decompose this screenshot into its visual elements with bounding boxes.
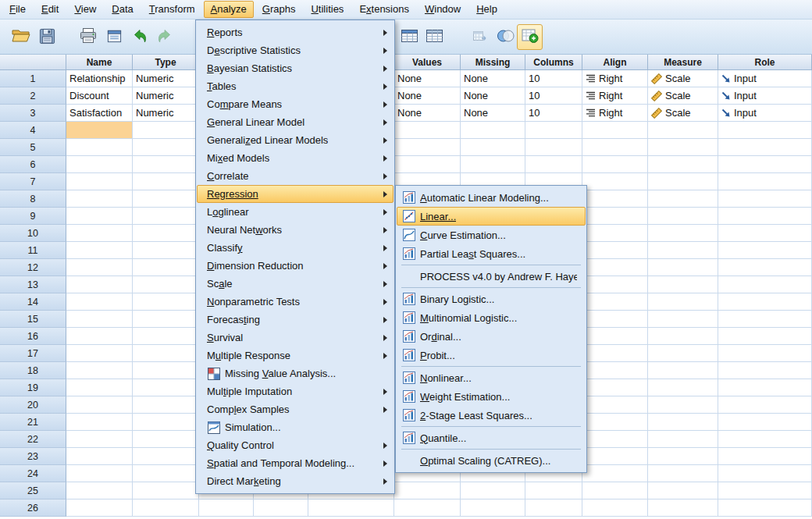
cell-role[interactable]: [718, 293, 812, 311]
open-folder-button[interactable]: [8, 24, 34, 50]
cell-missing[interactable]: None: [461, 105, 525, 122]
cell-measure[interactable]: [648, 208, 718, 225]
cell-type[interactable]: [133, 431, 199, 448]
cell-measure[interactable]: [648, 242, 718, 259]
cell-missing[interactable]: [461, 499, 525, 517]
cell-columns[interactable]: [525, 139, 582, 156]
cell-type[interactable]: [133, 293, 199, 311]
row-number[interactable]: 13: [0, 276, 66, 293]
cell-measure[interactable]: [648, 276, 718, 293]
cell-align[interactable]: Right: [582, 105, 648, 122]
menu-window[interactable]: Window: [418, 1, 468, 18]
cell-type[interactable]: [133, 139, 199, 156]
column-header-measure[interactable]: Measure: [648, 55, 718, 70]
row-number[interactable]: 1: [0, 70, 66, 87]
cell-name[interactable]: [66, 293, 133, 311]
cell-align[interactable]: Right: [582, 87, 648, 105]
row-number[interactable]: 19: [0, 379, 66, 396]
menu-analyze[interactable]: Analyze: [204, 1, 254, 18]
regression-item-probit[interactable]: Probit...: [397, 346, 586, 364]
analyze-menu-item-multiple-imputation[interactable]: Multiple Imputation: [197, 382, 394, 400]
cell-role[interactable]: Input: [718, 105, 812, 122]
cell-type[interactable]: [133, 499, 199, 517]
row-number[interactable]: 3: [0, 105, 66, 122]
cell-name[interactable]: Discount: [66, 87, 133, 105]
cell-type[interactable]: [133, 173, 199, 190]
cell-type[interactable]: [133, 362, 199, 379]
cell-role[interactable]: Input: [718, 87, 812, 105]
cell-missing[interactable]: [461, 156, 525, 173]
regression-item-quantile[interactable]: Quantile...: [397, 428, 586, 447]
cell-name[interactable]: Satisfaction: [66, 105, 133, 122]
save-button[interactable]: [34, 24, 60, 50]
cell-measure[interactable]: [648, 122, 718, 139]
row-number[interactable]: 6: [0, 156, 66, 173]
analyze-menu-item-complex-samples[interactable]: Complex Samples: [197, 400, 394, 418]
cell-values[interactable]: [394, 499, 461, 517]
cell-align[interactable]: [582, 362, 648, 379]
cell-measure[interactable]: Scale: [648, 87, 718, 105]
cell-align[interactable]: [582, 259, 648, 276]
column-header-role[interactable]: Role: [718, 55, 812, 70]
column-header-columns[interactable]: Columns: [525, 55, 582, 70]
row-number[interactable]: 21: [0, 414, 66, 431]
cell-columns[interactable]: [525, 122, 582, 139]
cell-measure[interactable]: [648, 190, 718, 208]
analyze-menu-item-spatial-and-temporal-modeling[interactable]: Spatial and Temporal Modeling...: [197, 454, 394, 472]
cell-role[interactable]: [718, 139, 812, 156]
cell-name[interactable]: [66, 482, 133, 499]
column-header-blank[interactable]: [0, 55, 66, 70]
row-number[interactable]: 24: [0, 465, 66, 482]
cell-values[interactable]: [394, 139, 461, 156]
analyze-menu-item-loglinear[interactable]: Loglinear: [197, 203, 394, 221]
table-plus-button[interactable]: [517, 24, 543, 50]
cell-columns[interactable]: 10: [525, 105, 582, 122]
cell-measure[interactable]: [648, 362, 718, 379]
cell-measure[interactable]: [648, 293, 718, 311]
cell-name[interactable]: [66, 414, 133, 431]
cell-columns[interactable]: [525, 156, 582, 173]
cell-name[interactable]: [66, 139, 133, 156]
menu-view[interactable]: View: [67, 1, 103, 18]
analyze-menu-item-tables[interactable]: Tables: [197, 77, 394, 95]
analyze-menu-item-direct-marketing[interactable]: Direct Marketing: [197, 472, 394, 490]
cell-align[interactable]: [582, 465, 648, 482]
analyze-menu-item-bayesian-statistics[interactable]: Bayesian Statistics: [197, 59, 394, 77]
cell-measure[interactable]: [648, 414, 718, 431]
row-number[interactable]: 14: [0, 293, 66, 311]
cell-align[interactable]: [582, 242, 648, 259]
cell-measure[interactable]: [648, 379, 718, 396]
analyze-menu-item-mixed-models[interactable]: Mixed Models: [197, 149, 394, 167]
cell-type[interactable]: [133, 156, 199, 173]
column-header-align[interactable]: Align: [582, 55, 648, 70]
cell-missing[interactable]: [461, 122, 525, 139]
column-header-type[interactable]: Type: [133, 55, 199, 70]
cell-name[interactable]: [66, 173, 133, 190]
cell-role[interactable]: [718, 156, 812, 173]
analyze-menu-item-quality-control[interactable]: Quality Control: [197, 436, 394, 454]
cell-align[interactable]: [582, 276, 648, 293]
cell-name[interactable]: [66, 362, 133, 379]
analyze-menu-item-simulation[interactable]: Simulation...: [197, 418, 394, 436]
analyze-menu-item-general-linear-model[interactable]: General Linear Model: [197, 113, 394, 131]
cell-columns[interactable]: 10: [525, 87, 582, 105]
cell-type[interactable]: [133, 482, 199, 499]
split-table-button[interactable]: [467, 24, 493, 50]
column-header-values[interactable]: Values: [394, 55, 461, 70]
cell-name[interactable]: [66, 259, 133, 276]
row-number[interactable]: 16: [0, 328, 66, 345]
cell-align[interactable]: [582, 499, 648, 517]
analyze-menu-item-descriptive-statistics[interactable]: Descriptive Statistics: [197, 41, 394, 59]
cell-name[interactable]: Relationship: [66, 70, 133, 87]
cell-role[interactable]: [718, 173, 812, 190]
analyze-menu-item-neural-networks[interactable]: Neural Networks: [197, 221, 394, 239]
analyze-menu-item-multiple-response[interactable]: Multiple Response: [197, 347, 394, 364]
cell-type[interactable]: [133, 448, 199, 465]
cell-values[interactable]: [394, 482, 461, 499]
cell-role[interactable]: [718, 122, 812, 139]
analyze-menu-item-regression[interactable]: Regression: [197, 185, 394, 203]
cell-columns[interactable]: 10: [525, 70, 582, 87]
cell-missing[interactable]: [461, 482, 525, 499]
cell-role[interactable]: [718, 448, 812, 465]
analyze-menu-item-correlate[interactable]: Correlate: [197, 167, 394, 185]
